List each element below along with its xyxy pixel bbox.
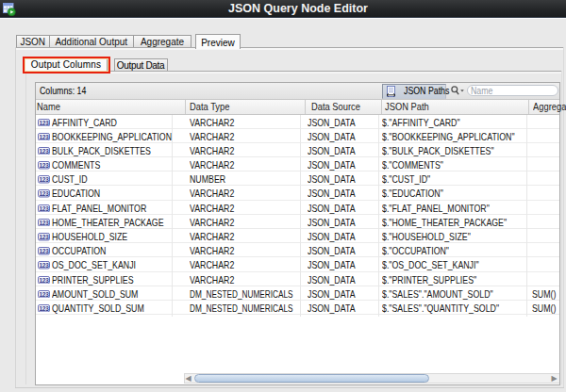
svg-text:123: 123 <box>39 276 49 283</box>
svg-text:123: 123 <box>39 262 49 269</box>
svg-text:123: 123 <box>39 176 49 183</box>
svg-text:123: 123 <box>39 248 49 254</box>
svg-text:123: 123 <box>39 234 49 240</box>
svg-text:123: 123 <box>39 190 49 197</box>
svg-text:123: 123 <box>39 162 49 169</box>
svg-text:123: 123 <box>39 147 49 154</box>
svg-text:123: 123 <box>39 219 49 225</box>
svg-text:123: 123 <box>39 290 49 297</box>
svg-text:123: 123 <box>39 119 49 125</box>
svg-text:123: 123 <box>39 305 49 312</box>
svg-text:123: 123 <box>39 204 49 211</box>
svg-text:123: 123 <box>39 133 49 139</box>
